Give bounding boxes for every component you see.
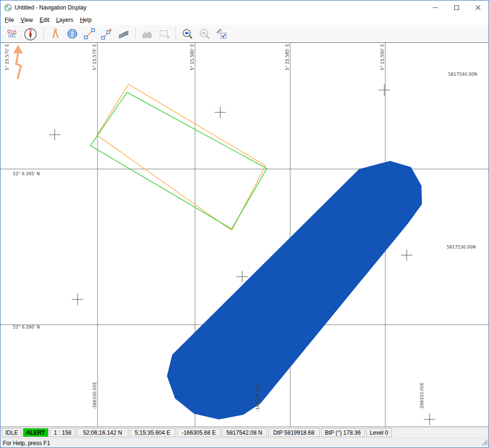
status-field-alert: ALERT: [23, 428, 49, 437]
toolbar: N: [0, 25, 489, 43]
line-tool-button[interactable]: [81, 26, 98, 41]
app-window: Untitled - Navigation Display File View …: [0, 0, 489, 448]
parallel-lines-icon: [118, 28, 129, 40]
maximize-icon: [454, 5, 459, 10]
display-settings-icon: [6, 28, 18, 40]
menu-edit-text: dit: [43, 17, 49, 23]
menu-view-accel: V: [20, 17, 24, 23]
grid-label-northing-1: 5817530.00N: [447, 245, 476, 249]
toolbar-separator: [135, 28, 136, 40]
grid-label-easting-1: -166320.00E: [255, 384, 260, 411]
menu-bar: File View Edit Layers Help: [0, 15, 489, 25]
area-chart-button: [139, 26, 155, 41]
zoom-previous-icon: [182, 28, 193, 40]
visibility-options-icon: [216, 28, 227, 40]
status-field-dtp: DtP 5819918.68: [268, 428, 320, 437]
maximize-button[interactable]: [446, 0, 467, 15]
menu-file[interactable]: File: [1, 16, 17, 24]
globe-icon: [67, 28, 78, 40]
window-title: Untitled - Navigation Display: [15, 4, 87, 11]
grid-label-longitude-1: 5° 15.575' E: [92, 44, 97, 70]
display-settings-button[interactable]: [4, 26, 20, 41]
globe-button[interactable]: [64, 26, 80, 41]
compass-icon: N: [23, 27, 38, 41]
map-viewport[interactable]: 5° 15.570' E 5° 15.575' E 5° 15.580' E 5…: [0, 43, 489, 427]
north-arrow: [13, 45, 23, 79]
minimize-button[interactable]: [424, 0, 446, 15]
menu-edit-accel: E: [39, 17, 43, 23]
grid-label-northing-0: 5817540.00N: [448, 72, 477, 77]
grid-label-easting-0: -166330.00E: [92, 382, 97, 409]
line-tool-icon: [84, 28, 95, 40]
select-rectangle-icon: [158, 28, 170, 40]
zoom-next-icon: [199, 28, 210, 40]
menu-layers-text: ayers: [59, 17, 73, 23]
survey-outline-orange: [97, 84, 265, 230]
minimize-icon: [433, 5, 438, 10]
grid-label-latitude-0: 52° 6.265' N: [13, 171, 40, 176]
zoom-next-button: [196, 26, 213, 41]
menu-view[interactable]: View: [17, 16, 36, 24]
compass-button[interactable]: N: [21, 26, 40, 41]
status-field-northing: 5817542.08 N: [222, 428, 267, 437]
polyline-tool-icon: [101, 28, 112, 40]
menu-file-text: ile: [8, 17, 14, 23]
help-text: For Help, press F1: [3, 440, 50, 447]
visibility-options-button[interactable]: [214, 26, 230, 41]
divider-compass-icon: [49, 28, 61, 40]
toolbar-separator: [43, 28, 44, 40]
area-chart-icon: [141, 28, 153, 40]
grid-label-longitude-3: 5° 15.585' E: [285, 44, 290, 70]
menu-help[interactable]: Help: [77, 16, 95, 24]
app-icon: [4, 4, 12, 11]
grid-label-longitude-4: 5° 15.590' E: [380, 44, 385, 70]
status-field-latitude: 52;06;16.142 N: [77, 428, 128, 437]
polyline-tool-button[interactable]: [98, 26, 115, 41]
status-field-btp: BtP (°) 178.36: [321, 428, 365, 437]
grid-label-longitude-0: 5° 15.570' E: [5, 44, 10, 70]
status-field-mode: IDLE: [2, 428, 21, 437]
grid-label-latitude-1: 52° 6.260' N: [13, 325, 40, 329]
resize-grip[interactable]: [481, 439, 488, 447]
zoom-previous-button[interactable]: [179, 26, 196, 41]
menu-layers-accel: L: [56, 17, 59, 23]
grid-label-longitude-2: 5° 15.580' E: [190, 44, 195, 70]
title-bar[interactable]: Untitled - Navigation Display: [0, 0, 489, 15]
grid-label-easting-2: -166310.00E: [420, 382, 424, 410]
divider-compass-button[interactable]: [47, 26, 63, 41]
menu-help-text: elp: [84, 17, 92, 23]
status-field-level: Level 0: [366, 428, 392, 437]
menu-view-text: iew: [24, 17, 33, 23]
menu-help-accel: H: [80, 17, 84, 23]
status-field-easting: -166305.68 E: [177, 428, 221, 437]
toolbar-separator: [176, 28, 176, 40]
close-button[interactable]: [467, 0, 489, 15]
parallel-lines-button[interactable]: [116, 26, 132, 41]
menu-edit[interactable]: Edit: [36, 16, 53, 24]
help-bar: For Help, press F1: [0, 438, 489, 448]
status-field-longitude: 5;15;35.604 E: [130, 428, 176, 437]
status-field-scale: 1 : 158: [50, 428, 76, 437]
survey-outline-green: [90, 92, 267, 229]
status-bar: IDLE ALERT 1 : 158 52;06;16.142 N 5;15;3…: [0, 427, 489, 438]
vessel-shape: [167, 161, 422, 419]
select-rectangle-button: [156, 26, 172, 41]
menu-layers[interactable]: Layers: [53, 16, 77, 24]
close-icon: [476, 5, 480, 10]
